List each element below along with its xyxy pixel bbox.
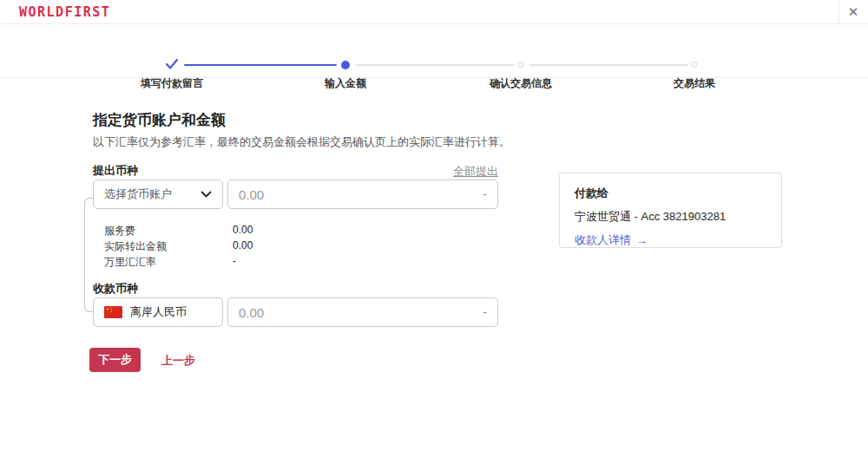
payee-panel: 付款给 宁波世贸通 - Acc 3821903281 收款人详情→ xyxy=(559,173,782,248)
step-connector-todo xyxy=(356,64,515,66)
previous-step-button[interactable]: 上一步 xyxy=(161,353,195,369)
target-amount-field: - xyxy=(227,297,498,327)
arrow-right-icon: → xyxy=(636,234,648,247)
payee-name: 宁波世贸通 - Acc 3821903281 xyxy=(575,209,766,225)
fee-row-exchange-rate: 万里汇汇率 - xyxy=(104,255,469,270)
page-subtitle: 以下汇率仅为参考汇率，最终的交易金额会根据交易确认页上的实际汇率进行计算。 xyxy=(93,134,510,150)
next-step-button[interactable]: 下一步 xyxy=(89,348,141,372)
close-icon[interactable]: ✕ xyxy=(844,3,863,22)
fee-value: - xyxy=(233,255,236,267)
china-flag-icon xyxy=(104,306,122,318)
source-amount-input[interactable] xyxy=(239,187,483,202)
step-2-indicator xyxy=(341,58,350,69)
target-currency-select[interactable]: 离岸人民币 xyxy=(93,297,223,327)
fee-label: 实际转出金额 xyxy=(104,240,167,252)
active-step-dot-icon xyxy=(341,61,350,69)
page-title: 指定货币账户和金额 xyxy=(93,110,226,130)
fee-label: 服务费 xyxy=(104,225,135,237)
pending-step-dot-icon xyxy=(692,62,698,68)
step-connector-done xyxy=(184,64,337,66)
payee-panel-title: 付款给 xyxy=(575,186,766,201)
check-icon xyxy=(165,58,179,70)
fee-value: 0.00 xyxy=(233,224,253,236)
pending-step-dot-icon xyxy=(518,62,524,68)
fee-value: 0.00 xyxy=(233,239,253,251)
target-currency-label: 收款币种 xyxy=(93,281,138,297)
fee-row-actual-amount: 实际转出金额 0.00 xyxy=(104,239,469,254)
step-connector-todo xyxy=(529,64,688,66)
step-4-indicator xyxy=(692,58,698,68)
worldfirst-payment-wizard: WORLDFIRST ✕ 填写付款留言 输入金额 确认交易信息 交易结果 xyxy=(0,0,868,470)
chevron-down-icon xyxy=(201,191,212,198)
source-amount-field: - xyxy=(227,180,498,209)
step-3-indicator xyxy=(518,58,524,68)
wizard-stepper: 填写付款留言 输入金额 确认交易信息 交易结果 xyxy=(0,24,868,78)
source-amount-suffix: - xyxy=(483,187,487,201)
target-amount-suffix: - xyxy=(483,305,487,319)
source-currency-label: 提出币种 xyxy=(93,163,138,179)
currency-account-select[interactable]: 选择货币账户 xyxy=(93,180,223,209)
worldfirst-logo: WORLDFIRST xyxy=(19,4,110,20)
target-amount-input[interactable] xyxy=(239,305,483,320)
app-header: WORLDFIRST ✕ xyxy=(0,0,868,24)
payee-details-link[interactable]: 收款人详情→ xyxy=(575,232,648,248)
step-1-indicator xyxy=(165,58,179,70)
step-label-payment-note: 填写付款留言 xyxy=(141,76,203,91)
currency-link-bracket xyxy=(84,198,93,312)
currency-account-select-placeholder: 选择货币账户 xyxy=(104,186,201,202)
step-label-confirm-info: 确认交易信息 xyxy=(490,76,552,91)
payee-details-link-label: 收款人详情 xyxy=(575,232,631,248)
step-label-result: 交易结果 xyxy=(674,76,715,91)
fee-label: 万里汇汇率 xyxy=(104,256,156,268)
header-divider xyxy=(838,0,839,24)
step-label-enter-amount: 输入金额 xyxy=(325,76,366,91)
withdraw-all-link[interactable]: 全部提出 xyxy=(434,164,498,180)
fee-row-service: 服务费 0.00 xyxy=(104,224,469,238)
target-currency-name: 离岸人民币 xyxy=(130,304,187,320)
